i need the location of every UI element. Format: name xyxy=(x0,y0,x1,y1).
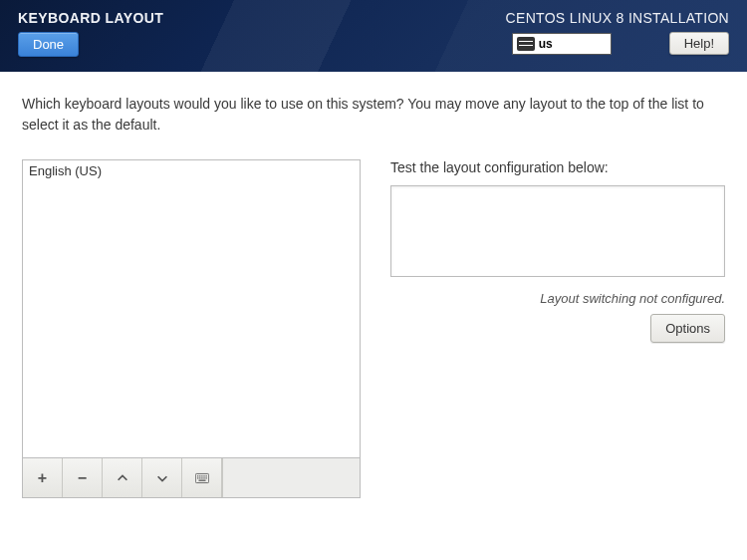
minus-icon: − xyxy=(78,469,87,487)
header-left: KEYBOARD LAYOUT Done xyxy=(18,10,163,57)
keyboard-indicator[interactable]: us xyxy=(512,33,612,55)
layouts-list[interactable]: English (US) xyxy=(22,159,361,458)
svg-rect-10 xyxy=(205,477,206,478)
svg-rect-8 xyxy=(201,477,202,478)
svg-rect-7 xyxy=(199,477,200,478)
layout-switching-note: Layout switching not configured. xyxy=(390,291,725,306)
options-row: Options xyxy=(390,314,725,343)
test-label: Test the layout configuration below: xyxy=(390,159,725,175)
layouts-column: English (US) + − xyxy=(22,159,361,498)
keyboard-icon xyxy=(195,471,209,485)
svg-rect-1 xyxy=(197,475,198,476)
svg-rect-3 xyxy=(201,475,202,476)
svg-rect-9 xyxy=(203,477,204,478)
done-button[interactable]: Done xyxy=(18,32,79,57)
chevron-down-icon xyxy=(155,471,169,485)
test-column: Test the layout configuration below: Lay… xyxy=(390,159,725,343)
svg-rect-5 xyxy=(205,475,206,476)
chevron-up-icon xyxy=(116,471,129,485)
installer-title: CENTOS LINUX 8 INSTALLATION xyxy=(506,10,729,26)
header-bar: KEYBOARD LAYOUT Done CENTOS LINUX 8 INST… xyxy=(0,0,747,72)
preview-layout-button[interactable] xyxy=(182,458,222,497)
svg-rect-6 xyxy=(197,477,198,478)
keyboard-icon xyxy=(517,37,535,51)
layouts-toolbar: + − xyxy=(22,458,361,498)
test-layout-input[interactable] xyxy=(390,185,725,277)
header-controls-row: us Help! xyxy=(506,32,729,55)
layout-item[interactable]: English (US) xyxy=(23,160,360,181)
options-button[interactable]: Options xyxy=(650,314,725,343)
page-title: KEYBOARD LAYOUT xyxy=(18,10,163,26)
main-content: Which keyboard layouts would you like to… xyxy=(0,72,747,498)
keyboard-indicator-label: us xyxy=(539,37,553,51)
plus-icon: + xyxy=(38,469,47,487)
content-row: English (US) + − xyxy=(22,159,725,498)
help-button[interactable]: Help! xyxy=(669,32,729,55)
toolbar-spacer xyxy=(222,458,360,497)
prompt-text: Which keyboard layouts would you like to… xyxy=(22,94,719,136)
header-right: CENTOS LINUX 8 INSTALLATION us Help! xyxy=(506,10,729,55)
svg-rect-11 xyxy=(198,479,205,480)
add-layout-button[interactable]: + xyxy=(23,458,63,497)
move-up-button[interactable] xyxy=(103,458,142,497)
svg-rect-2 xyxy=(199,475,200,476)
move-down-button[interactable] xyxy=(142,458,182,497)
svg-rect-4 xyxy=(203,475,204,476)
remove-layout-button[interactable]: − xyxy=(63,458,103,497)
